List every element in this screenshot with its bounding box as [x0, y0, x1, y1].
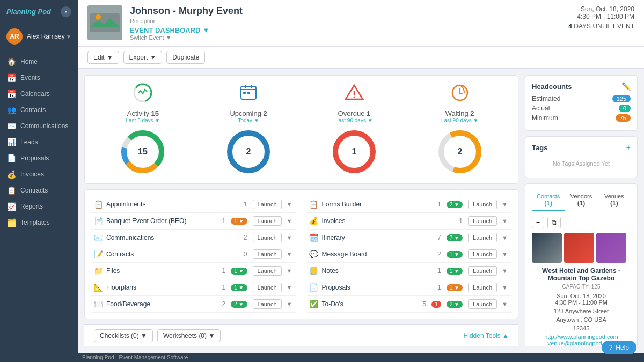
forms-builder-launch[interactable]: Launch: [468, 200, 497, 209]
sidebar-item-communications[interactable]: ✉️ Communications: [0, 118, 78, 134]
tool-name: Notes: [322, 267, 435, 275]
files-launch[interactable]: Launch: [253, 266, 282, 276]
food-beverage-launch[interactable]: Launch: [253, 299, 282, 309]
upcoming-filter[interactable]: Today ▼: [196, 117, 302, 123]
tool-name: Itinerary: [322, 234, 435, 241]
overdue-filter[interactable]: Last 90 days ▼: [302, 117, 407, 123]
duplicate-button[interactable]: Duplicate: [166, 51, 205, 64]
itinerary-icon: 🗓️: [309, 233, 319, 242]
contracts-dropdown[interactable]: ▼: [285, 250, 294, 258]
dashboard-content: Activity 15 Last 3 days ▼ 15: [78, 69, 644, 353]
activity-icon: [90, 83, 196, 106]
tab-venues[interactable]: Venues (1): [598, 190, 631, 211]
tool-name: Food/Beverage: [106, 300, 219, 308]
food-beverage-dropdown[interactable]: ▼: [285, 300, 294, 308]
sidebar-item-invoices[interactable]: 💰 Invoices: [0, 166, 78, 182]
tool-name: Files: [106, 267, 219, 275]
appointments-launch[interactable]: Launch: [253, 200, 282, 209]
sidebar-item-templates[interactable]: 🗂️ Templates: [0, 215, 78, 231]
food-beverage-badge: 2 ▼: [231, 301, 247, 308]
sidebar-item-label: Templates: [20, 219, 50, 226]
sidebar-item-label: Invoices: [20, 171, 44, 178]
message-board-launch[interactable]: Launch: [468, 249, 497, 259]
event-dashboard-link[interactable]: EVENT DASHBOARD ▼: [130, 26, 209, 34]
tools-grid: 📋 Appointments 1 Launch ▼ 📄 Banquet Even…: [84, 189, 518, 319]
reports-icon: 📈: [6, 202, 16, 211]
beo-dropdown[interactable]: ▼: [285, 217, 294, 225]
notes-dropdown[interactable]: ▼: [500, 267, 509, 275]
venue-website[interactable]: http://www.planningpod.com: [532, 334, 631, 340]
floorplans-launch[interactable]: Launch: [253, 283, 282, 292]
todos-launch[interactable]: Launch: [468, 299, 497, 309]
tool-name: Communications: [106, 234, 240, 241]
svg-point-2: [96, 14, 101, 20]
tool-count: 0: [244, 250, 247, 258]
stat-overdue-label: Overdue 1: [302, 109, 407, 117]
waiting-filter[interactable]: Last 90 days ▼: [407, 117, 513, 123]
itinerary-dropdown[interactable]: ▼: [500, 233, 509, 242]
add-contact-button[interactable]: +: [532, 217, 544, 228]
food-beverage-icon: 🍽️: [93, 300, 103, 308]
hidden-tools-link[interactable]: Hidden Tools ▲: [464, 332, 509, 339]
sidebar-item-calendars[interactable]: 📆 Calendars: [0, 86, 78, 102]
headcount-minimum: Minimum 75: [532, 114, 631, 122]
beo-launch[interactable]: Launch: [253, 216, 282, 226]
switch-event-link[interactable]: Switch Event ▼: [130, 34, 561, 41]
sidebar-item-proposals[interactable]: 📄 Proposals: [0, 150, 78, 166]
message-board-dropdown[interactable]: ▼: [500, 250, 509, 258]
close-icon[interactable]: ×: [61, 6, 71, 17]
venue-zip: 12345: [532, 325, 631, 331]
tool-count: 1: [459, 217, 463, 225]
sidebar-item-events[interactable]: 📅 Events: [0, 70, 78, 86]
message-board-badge: 1 ▼: [447, 251, 463, 258]
proposals-icon: 📄: [6, 154, 16, 162]
checklists-button[interactable]: Checklists (0) ▼: [94, 329, 153, 342]
proposals-tool-icon: 📄: [309, 283, 319, 292]
todos-dropdown[interactable]: ▼: [500, 300, 509, 308]
files-dropdown[interactable]: ▼: [285, 267, 294, 275]
user-menu[interactable]: AR Alex Ramsey ▼: [0, 23, 78, 50]
contracts-launch[interactable]: Launch: [253, 249, 282, 259]
floorplans-dropdown[interactable]: ▼: [285, 283, 294, 292]
forms-builder-dropdown[interactable]: ▼: [500, 200, 509, 209]
tags-add-icon[interactable]: +: [626, 143, 631, 152]
tool-proposals: 📄 Proposals 1 1 ▼ Launch ▼: [307, 279, 512, 296]
edit-button[interactable]: Edit ▼: [87, 51, 119, 64]
worksheets-button[interactable]: Worksheets (0) ▼: [157, 329, 221, 342]
tool-floorplans: 📐 Floorplans 1 1 ▼ Launch ▼: [91, 279, 296, 296]
bottom-bar: Checklists (0) ▼ Worksheets (0) ▼ Hidden…: [84, 324, 518, 346]
communications-dropdown[interactable]: ▼: [285, 233, 294, 242]
help-button[interactable]: ? Help: [602, 341, 636, 354]
sidebar-item-home[interactable]: 🏠 Home: [0, 54, 78, 70]
app-name: Planning Pod: [6, 8, 51, 16]
chevron-down-icon: ▼: [107, 54, 113, 61]
invoices-launch[interactable]: Launch: [468, 216, 497, 226]
sidebar-logo: × Planning Pod: [0, 0, 78, 23]
invoices-dropdown[interactable]: ▼: [500, 217, 509, 225]
activity-filter[interactable]: Last 3 days ▼: [90, 117, 196, 123]
venue-address1: 123 Anywhere Street: [532, 308, 631, 314]
venue-photo-2: [564, 233, 594, 263]
tab-contacts[interactable]: Contacts (1): [532, 190, 565, 211]
files-icon: 📁: [93, 267, 103, 275]
copy-contact-button[interactable]: ⧉: [547, 217, 561, 228]
export-button[interactable]: Export ▼: [123, 51, 163, 64]
no-tags-text: No Tags Assigned Yet: [532, 156, 631, 171]
tool-count: 2: [222, 300, 226, 308]
sidebar-item-leads[interactable]: 📊 Leads: [0, 134, 78, 150]
communications-launch[interactable]: Launch: [253, 233, 282, 242]
sidebar-item-contracts[interactable]: 📋 Contracts: [0, 182, 78, 198]
sidebar-item-reports[interactable]: 📈 Reports: [0, 198, 78, 215]
vendors-count: (1): [566, 200, 596, 207]
itinerary-launch[interactable]: Launch: [468, 233, 497, 242]
proposals-dropdown[interactable]: ▼: [500, 283, 509, 292]
event-info: Johnson - Murphy Event Reception EVENT D…: [130, 5, 561, 41]
appointments-dropdown[interactable]: ▼: [285, 200, 294, 209]
tags-title: Tags +: [532, 143, 631, 152]
notes-launch[interactable]: Launch: [468, 266, 497, 276]
proposals-launch[interactable]: Launch: [468, 283, 497, 292]
event-thumbnail: [87, 5, 122, 40]
headcounts-edit-icon[interactable]: ✏️: [621, 82, 631, 91]
sidebar-item-contacts[interactable]: 👥 Contacts: [0, 102, 78, 118]
tab-vendors[interactable]: Vendors (1): [565, 190, 597, 211]
